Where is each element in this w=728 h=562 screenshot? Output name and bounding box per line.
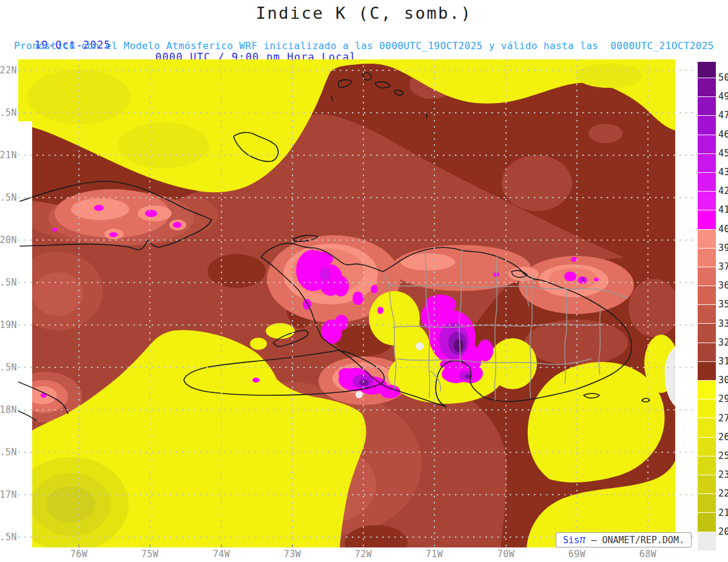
legend-value-label: 35.2	[718, 299, 728, 310]
lat-label: 21N	[0, 150, 17, 161]
sispi-logo-text: Sis	[563, 535, 579, 546]
lon-label: 68W	[639, 549, 657, 560]
lat-label: 19N	[0, 319, 17, 330]
legend-value-label: 37.8	[718, 261, 728, 272]
legend-value-label: 21.3	[718, 507, 728, 518]
legend-value-label: 33.9	[718, 318, 728, 329]
legend-value-label: 40	[718, 224, 728, 235]
legend-value-label: 22.6	[718, 488, 728, 499]
legend-color-block	[698, 493, 716, 512]
lat-label: 9.5N	[0, 277, 17, 288]
legend-color-block	[698, 62, 716, 78]
legend-color-block	[698, 229, 716, 248]
lat-label: 1.5N	[0, 107, 17, 118]
legend-value-label: 27.8	[718, 413, 728, 424]
lon-label: 73W	[284, 549, 302, 560]
contour-field	[18, 59, 679, 549]
legend-color-block	[698, 380, 716, 399]
legend-color-block	[698, 267, 716, 286]
lat-label: 7.5N	[0, 447, 17, 458]
legend-value-label: 29.1	[718, 393, 728, 404]
legend-color-block	[698, 304, 716, 323]
k-index-contour-map	[18, 59, 696, 549]
lat-label: 20N	[0, 235, 17, 246]
legend-value-label: 39.1	[718, 243, 728, 253]
legend-value-label: 20	[718, 526, 728, 537]
weather-map-page: { "header": { "title": "Indice K (C, som…	[0, 0, 728, 562]
legend-color-block	[698, 323, 716, 342]
legend-value-label: 26.5	[718, 432, 728, 443]
legend-value-label: 49.1	[718, 91, 728, 102]
date-line: 19-Oct-2025 0000 UTC / 9:00 pm Hora Loca…	[0, 27, 728, 39]
legend-color-block	[698, 286, 716, 304]
lon-label: 69W	[568, 549, 586, 560]
lon-label: 75W	[141, 549, 159, 560]
lon-label: 70W	[497, 549, 515, 560]
legend-value-label: 30	[718, 375, 728, 386]
lon-label: 76W	[70, 549, 88, 560]
branding-agency-text: – ONAMET/REP.DOM.	[585, 535, 684, 546]
legend-color-block	[698, 532, 716, 550]
legend-color-block	[698, 191, 716, 210]
legend-color-block	[698, 418, 716, 437]
legend-color-block	[698, 96, 716, 115]
legend-value-label: 50	[718, 72, 728, 83]
legend-value-label: 41.3	[718, 204, 728, 215]
legend-color-block	[698, 172, 716, 191]
lat-label: 18N	[0, 404, 17, 415]
legend-value-label: 23.9	[718, 469, 728, 480]
legend-value-label: 36.5	[718, 280, 728, 291]
legend-color-block	[698, 437, 716, 456]
legend-value-label: 25.2	[718, 450, 728, 461]
model-init-line: Pronóstico con el Modelo Atmósferico WRF…	[0, 40, 728, 52]
legend-value-label: 31.3	[718, 356, 728, 367]
legend-color-block	[698, 78, 716, 96]
legend-color-block	[698, 115, 716, 134]
legend-color-block	[698, 153, 716, 172]
legend-color-block	[698, 475, 716, 493]
legend-color-block	[698, 248, 716, 267]
page-title: Indice K (C, somb.)	[0, 4, 728, 22]
lat-label: 6.5N	[0, 532, 17, 543]
legend-color-block	[698, 512, 716, 531]
lat-label: 22N	[0, 65, 17, 76]
legend-value-label: 43.9	[718, 167, 728, 178]
lon-label: 72W	[355, 549, 372, 560]
legend-value-label: 46.5	[718, 129, 728, 140]
legend-value-label: 32.6	[718, 337, 728, 348]
legend-colorbar	[698, 62, 716, 550]
lon-label: 71W	[426, 549, 443, 560]
branding-box: Sisπ – ONAMET/REP.DOM.	[556, 532, 692, 547]
lat-label: 8.5N	[0, 362, 17, 373]
lat-label: 0.5N	[0, 192, 17, 203]
lat-label: 17N	[0, 489, 17, 500]
legend-color-block	[698, 343, 716, 361]
legend-value-label: 42.6	[718, 186, 728, 196]
legend-color-block	[698, 456, 716, 475]
lon-label: 74W	[213, 549, 231, 560]
legend-color-block	[698, 361, 716, 380]
legend-color-block	[698, 399, 716, 418]
legend-value-label: 47.8	[718, 110, 728, 121]
sispi-pi-icon: π	[579, 535, 585, 545]
legend-value-label: 45.2	[718, 148, 728, 159]
legend-color-block	[698, 210, 716, 229]
legend-color-block	[698, 135, 716, 153]
